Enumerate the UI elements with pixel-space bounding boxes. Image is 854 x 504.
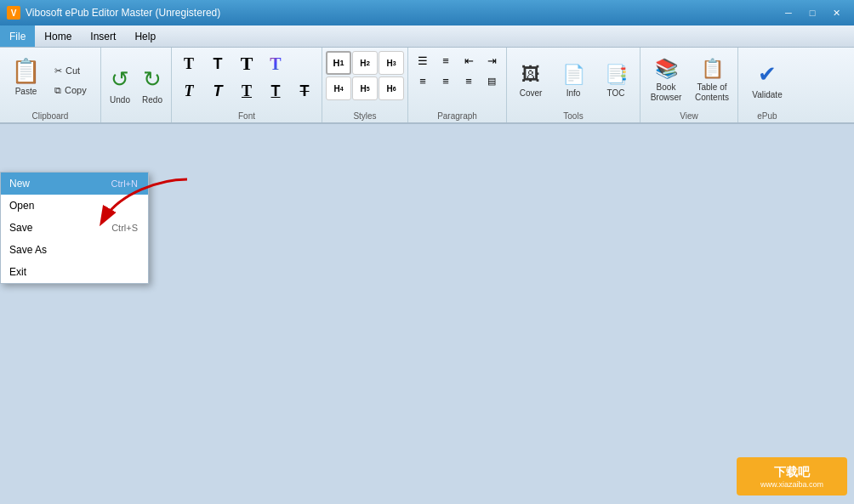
toc-label: TOC bbox=[607, 88, 625, 98]
undo-icon: ↺ bbox=[111, 66, 129, 93]
menu-open[interactable]: Open bbox=[1, 195, 148, 217]
styles-group-label: Styles bbox=[326, 110, 404, 121]
h3-button[interactable]: H3 bbox=[379, 51, 404, 75]
para-row-1: ☰ ≡ ⇤ ⇥ bbox=[412, 51, 503, 70]
paste-button[interactable]: 📋 Paste bbox=[3, 51, 48, 102]
h1-button[interactable]: H1 bbox=[326, 51, 351, 75]
heading-row-1: H1 H2 H3 bbox=[326, 51, 404, 75]
save-shortcut: Ctrl+S bbox=[111, 223, 138, 233]
validate-button[interactable]: ✔ Validate bbox=[745, 51, 789, 109]
epub-group-label: ePub bbox=[745, 110, 789, 121]
maximize-button[interactable]: □ bbox=[801, 4, 823, 21]
underline-sans-button[interactable]: T bbox=[262, 78, 289, 104]
align-center-button[interactable]: ≡ bbox=[435, 71, 457, 90]
list-ordered-button[interactable]: ≡ bbox=[435, 51, 457, 70]
menu-help[interactable]: Help bbox=[125, 25, 165, 47]
cover-icon: 🖼 bbox=[521, 64, 540, 86]
validate-label: Validate bbox=[752, 90, 782, 99]
copy-button[interactable]: ⧉ Copy bbox=[50, 81, 97, 99]
title-bar: V Vibosoft ePub Editor Master (Unregiste… bbox=[0, 0, 854, 25]
window-title: Vibosoft ePub Editor Master (Unregistere… bbox=[26, 7, 220, 19]
align-left-button[interactable]: ≡ bbox=[412, 71, 434, 90]
minimize-button[interactable]: ─ bbox=[777, 4, 800, 21]
font-group: T T T T T T T T T Font bbox=[172, 48, 322, 122]
heading-row-2: H4 H5 H6 bbox=[326, 76, 404, 100]
toc-button[interactable]: 📑 TOC bbox=[595, 52, 636, 110]
view-group: 📚 BookBrowser 📋 Table ofContents View bbox=[640, 48, 738, 122]
window-controls: ─ □ ✕ bbox=[777, 4, 847, 21]
menu-file[interactable]: File bbox=[0, 25, 35, 47]
watermark-subtext: www.xiazaiba.com bbox=[760, 480, 823, 489]
italic-serif-button[interactable]: T bbox=[175, 78, 202, 104]
save-as-label: Save As bbox=[9, 244, 47, 256]
info-label: Info bbox=[566, 88, 581, 98]
colored-text-button[interactable]: T bbox=[262, 51, 289, 76]
table-of-contents-button[interactable]: 📋 Table ofContents bbox=[690, 52, 734, 110]
view-inner: 📚 BookBrowser 📋 Table ofContents bbox=[644, 51, 734, 110]
font-group-label: Font bbox=[175, 110, 318, 121]
file-dropdown-menu: New Ctrl+N Open Save Ctrl+S Save As Exit bbox=[0, 172, 149, 284]
watermark: 下载吧 www.xiazaiba.com bbox=[737, 457, 847, 496]
info-button[interactable]: 📄 Info bbox=[553, 52, 594, 110]
clipboard-label: Clipboard bbox=[3, 111, 97, 121]
menu-new[interactable]: New Ctrl+N bbox=[1, 173, 148, 195]
list-unordered-button[interactable]: ☰ bbox=[412, 51, 434, 70]
cut-copy-buttons: ✂ Cut ⧉ Copy bbox=[50, 51, 97, 110]
align-right-button[interactable]: ≡ bbox=[458, 71, 480, 90]
menu-exit[interactable]: Exit bbox=[1, 261, 148, 283]
info-icon: 📄 bbox=[562, 64, 585, 86]
styles-group: H1 H2 H3 H4 H5 H6 Styles bbox=[322, 48, 408, 122]
h4-button[interactable]: H4 bbox=[326, 76, 351, 100]
para-row-2: ≡ ≡ ≡ ▤ bbox=[412, 71, 503, 90]
underline-serif-button[interactable]: T bbox=[233, 78, 260, 104]
redo-icon: ↻ bbox=[143, 66, 162, 93]
bold-sans-button[interactable]: T bbox=[204, 51, 231, 76]
ribbon: 📋 Paste ✂ Cut ⧉ Copy Clipboard ↺ Undo bbox=[0, 48, 854, 124]
align-justify-button[interactable]: ▤ bbox=[481, 71, 503, 90]
book-browser-label: BookBrowser bbox=[651, 82, 682, 103]
copy-label: Copy bbox=[65, 85, 87, 95]
menu-save[interactable]: Save Ctrl+S bbox=[1, 217, 148, 239]
paragraph-group-label: Paragraph bbox=[412, 110, 503, 121]
book-browser-button[interactable]: 📚 BookBrowser bbox=[644, 52, 688, 110]
cover-button[interactable]: 🖼 Cover bbox=[510, 52, 551, 110]
menu-bar: File Home Insert Help bbox=[0, 25, 854, 48]
bold-serif-button[interactable]: T bbox=[175, 51, 202, 76]
undo-content: ↺ Undo ↻ Redo bbox=[105, 51, 168, 119]
tools-inner: 🖼 Cover 📄 Info 📑 TOC bbox=[510, 51, 636, 110]
font-row-2: T T T T T bbox=[175, 78, 318, 104]
main-area: New Ctrl+N Open Save Ctrl+S Save As Exit bbox=[0, 124, 854, 502]
cut-icon: ✂ bbox=[54, 65, 62, 76]
clipboard-top: 📋 Paste ✂ Cut ⧉ Copy bbox=[3, 51, 97, 110]
undo-label: Undo bbox=[110, 95, 130, 105]
app-icon: V bbox=[7, 6, 20, 20]
menu-home[interactable]: Home bbox=[35, 25, 81, 47]
undo-button[interactable]: ↺ Undo bbox=[105, 58, 135, 113]
bold-large-button[interactable]: T bbox=[233, 51, 260, 76]
italic-sans-button[interactable]: T bbox=[204, 78, 231, 104]
exit-label: Exit bbox=[9, 266, 26, 278]
open-label: Open bbox=[9, 200, 34, 212]
h6-button[interactable]: H6 bbox=[379, 76, 404, 100]
new-shortcut: Ctrl+N bbox=[111, 178, 138, 189]
new-label: New bbox=[9, 178, 30, 190]
redo-label: Redo bbox=[142, 95, 162, 105]
save-label: Save bbox=[9, 222, 32, 234]
h2-button[interactable]: H2 bbox=[352, 51, 378, 75]
title-bar-left: V Vibosoft ePub Editor Master (Unregiste… bbox=[7, 6, 220, 20]
book-browser-icon: 📚 bbox=[655, 58, 678, 80]
table-of-contents-icon: 📋 bbox=[701, 58, 724, 80]
tools-group-label: Tools bbox=[510, 110, 636, 121]
redo-button[interactable]: ↻ Redo bbox=[137, 58, 168, 113]
cut-button[interactable]: ✂ Cut bbox=[50, 61, 97, 80]
close-button[interactable]: ✕ bbox=[825, 4, 847, 21]
table-of-contents-label: Table ofContents bbox=[695, 82, 729, 103]
indent-decrease-button[interactable]: ⇤ bbox=[458, 51, 480, 70]
h5-button[interactable]: H5 bbox=[352, 76, 378, 100]
menu-insert[interactable]: Insert bbox=[81, 25, 125, 47]
clipboard-group: 📋 Paste ✂ Cut ⧉ Copy Clipboard bbox=[0, 48, 101, 122]
strikethrough-button[interactable]: T bbox=[291, 78, 318, 104]
indent-increase-button[interactable]: ⇥ bbox=[481, 51, 503, 70]
paste-label: Paste bbox=[15, 87, 37, 96]
menu-save-as[interactable]: Save As bbox=[1, 239, 148, 261]
